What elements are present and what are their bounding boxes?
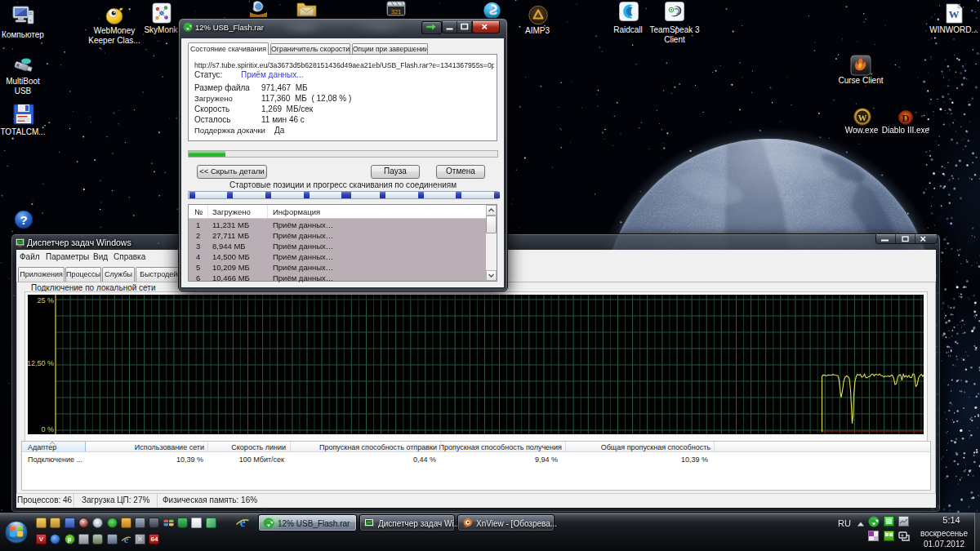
svg-text:321: 321 xyxy=(391,8,402,16)
svg-text:W: W xyxy=(949,8,960,20)
svg-text:25 %: 25 % xyxy=(37,296,54,304)
svg-text:D: D xyxy=(902,112,909,124)
svg-text:?: ? xyxy=(20,213,27,227)
svg-text:e: e xyxy=(124,534,129,544)
svg-text:W: W xyxy=(858,113,867,122)
svg-text:0 %: 0 % xyxy=(41,425,54,433)
svg-text:12,50 %: 12,50 % xyxy=(28,359,54,367)
